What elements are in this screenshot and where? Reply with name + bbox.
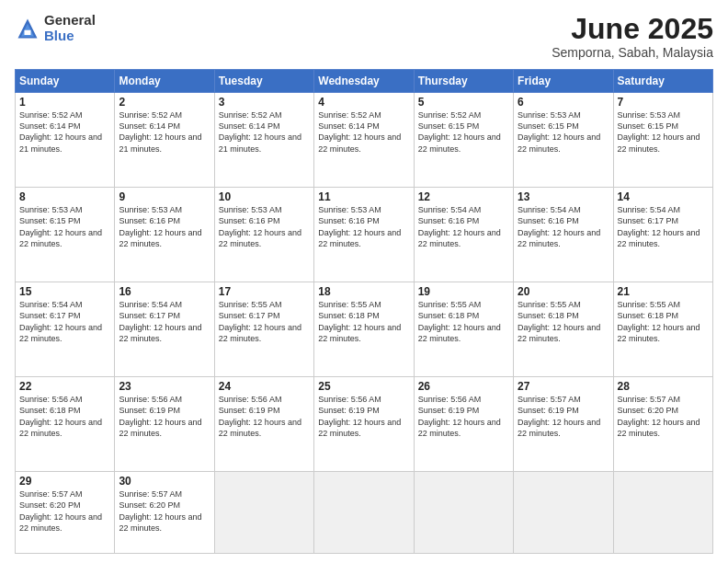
header-tuesday: Tuesday [214,70,313,93]
table-row: 29 Sunrise: 5:57 AM Sunset: 6:20 PM Dayl… [16,472,115,554]
day-info: Sunrise: 5:57 AM Sunset: 6:19 PM Dayligh… [518,394,609,439]
table-row: 13 Sunrise: 5:54 AM Sunset: 6:16 PM Dayl… [514,188,613,282]
day-info: Sunrise: 5:55 AM Sunset: 6:18 PM Dayligh… [318,299,409,344]
day-number: 1 [19,96,110,109]
table-row: 6 Sunrise: 5:53 AM Sunset: 6:15 PM Dayli… [514,93,613,188]
calendar-header-row: Sunday Monday Tuesday Wednesday Thursday… [16,70,713,93]
table-row: 27 Sunrise: 5:57 AM Sunset: 6:19 PM Dayl… [514,377,613,472]
day-info: Sunrise: 5:53 AM Sunset: 6:15 PM Dayligh… [518,109,609,155]
day-info: Sunrise: 5:53 AM Sunset: 6:15 PM Dayligh… [618,109,709,155]
table-row: 11 Sunrise: 5:53 AM Sunset: 6:16 PM Dayl… [314,188,414,282]
day-number: 11 [318,190,409,203]
table-row [314,472,414,554]
day-info: Sunrise: 5:54 AM Sunset: 6:16 PM Dayligh… [518,204,609,249]
day-number: 22 [19,380,110,393]
title-month: June 2025 [552,13,713,45]
header-monday: Monday [115,70,214,93]
day-info: Sunrise: 5:55 AM Sunset: 6:18 PM Dayligh… [518,299,609,344]
logo-blue-text: Blue [44,29,96,44]
day-number: 27 [518,380,609,393]
day-info: Sunrise: 5:56 AM Sunset: 6:19 PM Dayligh… [119,394,210,439]
svg-rect-2 [25,29,31,34]
day-info: Sunrise: 5:52 AM Sunset: 6:15 PM Dayligh… [418,109,509,155]
table-row: 17 Sunrise: 5:55 AM Sunset: 6:17 PM Dayl… [214,282,313,377]
day-info: Sunrise: 5:52 AM Sunset: 6:14 PM Dayligh… [318,109,409,155]
table-row: 18 Sunrise: 5:55 AM Sunset: 6:18 PM Dayl… [314,282,414,377]
day-info: Sunrise: 5:57 AM Sunset: 6:20 PM Dayligh… [618,394,709,439]
header-saturday: Saturday [613,70,712,93]
day-info: Sunrise: 5:54 AM Sunset: 6:17 PM Dayligh… [119,299,210,344]
logo: General Blue [15,13,96,43]
logo-general-text: General [44,13,96,29]
table-row: 3 Sunrise: 5:52 AM Sunset: 6:14 PM Dayli… [214,93,313,188]
table-row: 24 Sunrise: 5:56 AM Sunset: 6:19 PM Dayl… [214,377,313,472]
day-number: 19 [418,285,509,298]
day-info: Sunrise: 5:56 AM Sunset: 6:19 PM Dayligh… [318,394,409,439]
day-info: Sunrise: 5:56 AM Sunset: 6:18 PM Dayligh… [19,394,110,439]
day-number: 21 [618,285,709,298]
header: General Blue June 2025 Semporna, Sabah, … [15,13,713,60]
header-thursday: Thursday [414,70,513,93]
day-number: 3 [219,96,310,109]
day-number: 14 [618,190,709,203]
day-number: 28 [618,380,709,393]
table-row: 30 Sunrise: 5:57 AM Sunset: 6:20 PM Dayl… [115,472,214,554]
day-info: Sunrise: 5:53 AM Sunset: 6:16 PM Dayligh… [119,204,210,249]
table-row [613,472,712,554]
header-wednesday: Wednesday [314,70,414,93]
day-number: 2 [119,96,210,109]
day-number: 30 [119,475,210,488]
table-row [514,472,613,554]
table-row [214,472,313,554]
page: General Blue June 2025 Semporna, Sabah, … [0,0,728,563]
day-number: 13 [518,190,609,203]
table-row: 14 Sunrise: 5:54 AM Sunset: 6:17 PM Dayl… [613,188,712,282]
day-number: 8 [19,190,110,203]
day-info: Sunrise: 5:53 AM Sunset: 6:16 PM Dayligh… [318,204,409,249]
day-number: 29 [19,475,110,488]
day-number: 26 [418,380,509,393]
day-info: Sunrise: 5:54 AM Sunset: 6:17 PM Dayligh… [618,204,709,249]
table-row: 9 Sunrise: 5:53 AM Sunset: 6:16 PM Dayli… [115,188,214,282]
day-info: Sunrise: 5:54 AM Sunset: 6:17 PM Dayligh… [19,299,110,344]
day-info: Sunrise: 5:52 AM Sunset: 6:14 PM Dayligh… [119,109,210,155]
day-number: 4 [318,96,409,109]
day-info: Sunrise: 5:56 AM Sunset: 6:19 PM Dayligh… [219,394,310,439]
day-number: 20 [518,285,609,298]
table-row: 12 Sunrise: 5:54 AM Sunset: 6:16 PM Dayl… [414,188,513,282]
day-info: Sunrise: 5:52 AM Sunset: 6:14 PM Dayligh… [219,109,310,155]
day-number: 18 [318,285,409,298]
table-row: 19 Sunrise: 5:55 AM Sunset: 6:18 PM Dayl… [414,282,513,377]
day-info: Sunrise: 5:55 AM Sunset: 6:18 PM Dayligh… [418,299,509,344]
day-number: 24 [219,380,310,393]
day-info: Sunrise: 5:55 AM Sunset: 6:18 PM Dayligh… [618,299,709,344]
day-info: Sunrise: 5:57 AM Sunset: 6:20 PM Dayligh… [119,488,210,534]
day-info: Sunrise: 5:52 AM Sunset: 6:14 PM Dayligh… [19,109,110,155]
day-number: 25 [318,380,409,393]
day-number: 16 [119,285,210,298]
table-row: 7 Sunrise: 5:53 AM Sunset: 6:15 PM Dayli… [613,93,712,188]
day-info: Sunrise: 5:53 AM Sunset: 6:16 PM Dayligh… [219,204,310,249]
day-number: 6 [518,96,609,109]
table-row: 16 Sunrise: 5:54 AM Sunset: 6:17 PM Dayl… [115,282,214,377]
day-number: 9 [119,190,210,203]
table-row: 10 Sunrise: 5:53 AM Sunset: 6:16 PM Dayl… [214,188,313,282]
day-number: 5 [418,96,509,109]
day-info: Sunrise: 5:56 AM Sunset: 6:19 PM Dayligh… [418,394,509,439]
table-row: 21 Sunrise: 5:55 AM Sunset: 6:18 PM Dayl… [613,282,712,377]
header-friday: Friday [514,70,613,93]
table-row [414,472,513,554]
table-row: 15 Sunrise: 5:54 AM Sunset: 6:17 PM Dayl… [16,282,115,377]
table-row: 1 Sunrise: 5:52 AM Sunset: 6:14 PM Dayli… [16,93,115,188]
day-number: 7 [618,96,709,109]
logo-icon [15,16,40,41]
day-number: 15 [19,285,110,298]
header-sunday: Sunday [16,70,115,93]
day-number: 17 [219,285,310,298]
table-row: 25 Sunrise: 5:56 AM Sunset: 6:19 PM Dayl… [314,377,414,472]
table-row: 8 Sunrise: 5:53 AM Sunset: 6:15 PM Dayli… [16,188,115,282]
day-number: 12 [418,190,509,203]
day-number: 23 [119,380,210,393]
calendar-table: Sunday Monday Tuesday Wednesday Thursday… [15,69,713,554]
day-info: Sunrise: 5:54 AM Sunset: 6:16 PM Dayligh… [418,204,509,249]
